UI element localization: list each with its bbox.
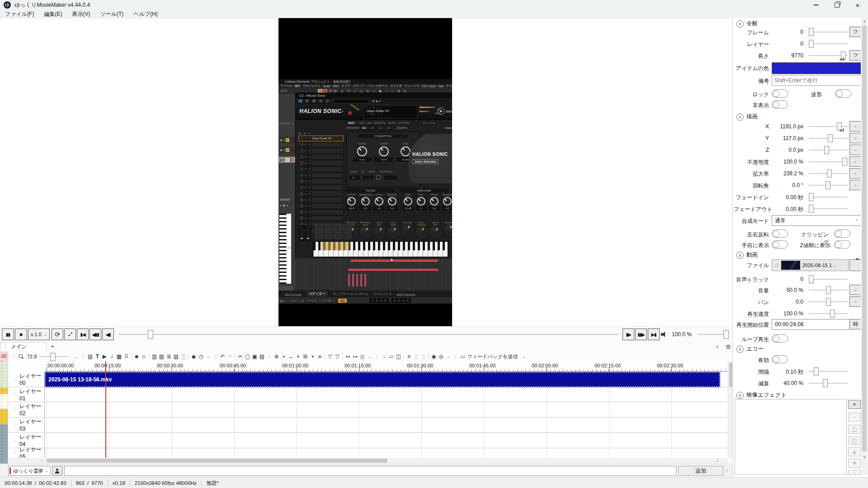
move-effect-down-button[interactable]: ▼ <box>848 459 861 468</box>
frame-slider[interactable] <box>809 32 848 33</box>
layer-row[interactable]: ⋮レイヤー 01 <box>9 387 728 402</box>
hidden-toggle[interactable] <box>772 100 788 108</box>
add-voice-item-button[interactable]: ▤ <box>86 352 94 361</box>
add-effect-button[interactable]: + <box>848 400 861 409</box>
add-template-item-button[interactable]: ▧ <box>172 352 179 361</box>
expand-icon[interactable]: ⌄ <box>444 352 452 361</box>
length-fu-button[interactable]: フ <box>849 50 862 61</box>
mixer-button[interactable]: ≡ <box>405 352 412 361</box>
item-color-swatch[interactable] <box>772 62 862 74</box>
save-effect-button[interactable]: ◫ <box>848 425 861 434</box>
doc-button[interactable]: ▯ <box>412 352 420 361</box>
dropdown-icon[interactable]: ▾ <box>309 352 316 361</box>
add-pattern-item-button[interactable]: ▨ <box>158 352 165 361</box>
layer-row[interactable]: ⋮レイヤー 04 <box>9 433 728 448</box>
menu-help[interactable]: ヘルプ(H) <box>128 10 163 18</box>
bookmark-button[interactable]: ◆ <box>190 352 197 361</box>
echo-interval-slider[interactable] <box>809 371 848 372</box>
screenshot-button[interactable]: ◉ <box>430 352 437 361</box>
delete-after-button[interactable]: ▽ <box>334 352 341 361</box>
front-toggle[interactable] <box>772 240 788 249</box>
playhead[interactable] <box>105 361 106 458</box>
z-minus-button[interactable]: - <box>849 145 862 155</box>
stop-button[interactable]: ■ <box>15 328 27 340</box>
tab-main[interactable]: ⋮ メイン <box>0 342 47 351</box>
z-slider[interactable] <box>809 150 848 150</box>
timeline-horizontal-scrollbar[interactable]: ‹ › <box>9 458 728 464</box>
add-tab-button[interactable]: + <box>48 343 57 351</box>
section-draw[interactable]: ∧描画 <box>736 113 758 121</box>
remove-effect-button[interactable]: − <box>848 413 861 422</box>
menu-file[interactable]: ファイル(F) <box>0 10 39 18</box>
speed-select[interactable]: x 1.0⌄ <box>28 328 50 340</box>
zorder-toggle[interactable] <box>834 240 850 249</box>
serif-input[interactable] <box>64 466 676 476</box>
add-video-item-button[interactable]: ▶ <box>101 352 108 361</box>
dropdown-icon[interactable]: ▾ <box>294 352 302 361</box>
echo-decay-slider[interactable] <box>809 383 848 384</box>
blend-mode-select[interactable]: 通常⌄ <box>772 215 862 226</box>
shift-left-button[interactable]: ↤ <box>344 352 351 361</box>
clipping-toggle[interactable] <box>834 230 850 238</box>
start-position-input[interactable] <box>772 319 850 330</box>
scroll-down-icon[interactable]: ∨ <box>861 455 868 459</box>
effects-list[interactable] <box>735 399 847 475</box>
effect-menu-button[interactable]: ⋮ <box>848 470 861 475</box>
frame-grid-button[interactable]: ▦ <box>359 352 366 361</box>
time-button[interactable]: 時 <box>849 319 862 329</box>
layer-row[interactable]: ⋮レイヤー 03 <box>9 418 728 433</box>
edit-character-button[interactable] <box>52 466 62 476</box>
timeline-ruler[interactable]: 00:00:00.00 00:00:15.00 00:00:30.00 00:0… <box>45 361 728 372</box>
paste-button[interactable]: ▣ <box>251 352 258 361</box>
layer-minimap-strip[interactable]: dB <box>0 352 8 477</box>
section-echo[interactable]: ∧エコー <box>736 345 764 353</box>
pan-slider[interactable] <box>809 301 848 302</box>
flip-toggle[interactable] <box>772 230 788 238</box>
waveform-toggle[interactable] <box>835 89 851 98</box>
scale-slider[interactable] <box>809 173 848 174</box>
length-slider[interactable] <box>809 55 848 56</box>
insert-button[interactable]: ⊕ <box>273 352 280 361</box>
scroll-left-icon[interactable]: ‹ <box>39 458 45 464</box>
rotation-minus-button[interactable]: - <box>849 180 862 190</box>
browse-folder-button[interactable] <box>849 259 862 271</box>
opacity-minus-button[interactable]: - <box>849 156 862 167</box>
file-select[interactable]: ☆ 2025-08-15 1 ⌄ <box>772 259 849 271</box>
move-effect-up-button[interactable]: ▲ <box>848 447 861 456</box>
doc2-button[interactable]: ▯ <box>420 352 427 361</box>
scroll-right-icon[interactable]: › <box>714 458 721 464</box>
screenshot-clip-button[interactable]: ◎ <box>437 352 444 361</box>
timeline-zoom-slider[interactable] <box>39 356 68 357</box>
open-folder-button[interactable]: ▱ <box>387 352 395 361</box>
seek-start-button[interactable]: ▮◀ <box>77 328 89 340</box>
expand-icon[interactable]: ⌄ <box>366 352 373 361</box>
prev-item-button[interactable]: ◀▮ <box>102 328 114 340</box>
play-button[interactable]: ▮▶ <box>623 328 634 340</box>
section-general[interactable]: ∧全般 <box>736 20 758 28</box>
volume-slider-thumb[interactable] <box>723 330 729 339</box>
easing-button[interactable]: ▪—▪ <box>64 328 76 340</box>
shift-right-button[interactable]: ↦ <box>351 352 359 361</box>
close-button[interactable]: × <box>847 0 868 10</box>
add-tachie-item-button[interactable]: ☻ <box>133 352 140 361</box>
next-frame-button[interactable]: ▮▮▶ <box>635 328 647 340</box>
rotation-slider[interactable] <box>809 185 848 186</box>
video-preview[interactable]: Cubase Elements プロジェクト - 名称未設定1 ファイル編集プロ… <box>278 18 452 326</box>
gear-icon[interactable]: ⚙ <box>726 343 731 350</box>
menu-edit[interactable]: 編集(E) <box>39 10 67 18</box>
echo-toggle[interactable] <box>772 355 788 363</box>
fadeout-slider[interactable] <box>809 208 848 209</box>
add-frame-item-button[interactable]: ▥ <box>151 352 158 361</box>
restore-button[interactable] <box>826 0 847 10</box>
save-effect-as-button[interactable]: ◫ <box>848 436 861 445</box>
star-icon[interactable]: ☆ <box>774 262 779 269</box>
feedback-link[interactable]: フィードバックを送信 <box>467 353 518 360</box>
prev-frame-button[interactable]: ◀▮▮ <box>90 328 101 340</box>
opacity-slider[interactable] <box>809 161 848 162</box>
minimize-button[interactable] <box>806 0 826 10</box>
add-image-item-button[interactable]: ▦ <box>115 352 123 361</box>
expand-icon[interactable]: ⌄ <box>204 352 212 361</box>
volume-minus-button[interactable]: - <box>849 285 862 295</box>
clock-button[interactable]: ◷ <box>197 352 204 361</box>
character-select[interactable]: ゆっくり霊夢 ⌄ <box>8 466 51 476</box>
